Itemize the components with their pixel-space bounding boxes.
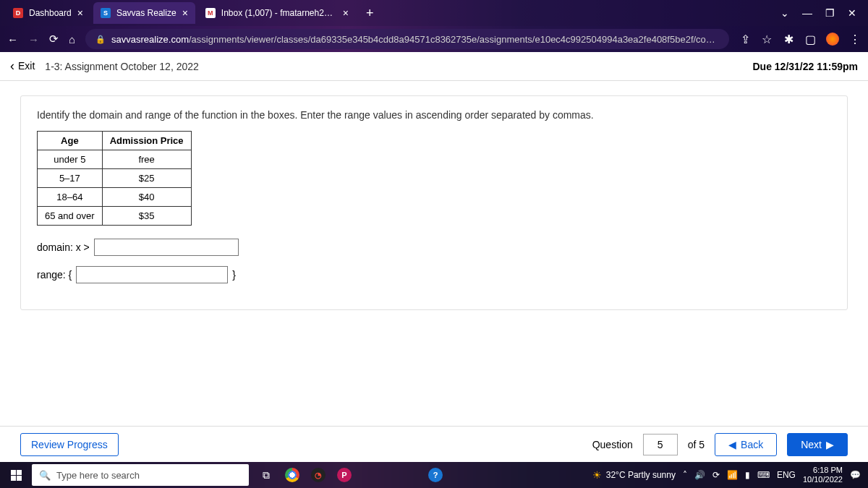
keyboard-icon[interactable]: ⌨ [757,470,770,480]
browser-tab[interactable]: D Dashboard × [6,2,90,24]
browser-tab-strip: D Dashboard × S Savvas Realize × M Inbox… [0,0,868,26]
reload-icon[interactable]: ⟳ [49,33,59,46]
start-button[interactable] [3,462,29,488]
question-number-label: Question [592,439,633,450]
range-answer-row: range: { } [37,266,831,283]
due-label: Due 12/31/22 11:59pm [752,61,858,72]
question-total-label: of 5 [688,439,705,450]
more-icon[interactable]: ⋮ [849,33,861,45]
tab-favicon-icon: D [13,8,23,18]
tab-title: Savvas Realize [116,8,176,18]
window-controls: ⌄ ― ❐ ✕ [780,7,862,19]
close-tab-icon[interactable]: × [182,7,188,19]
volume-icon[interactable]: 🔊 [694,470,705,480]
taskbar-search[interactable]: 🔍 Type here to search [32,464,249,486]
minimize-icon[interactable]: ― [802,7,812,19]
bookmark-icon[interactable]: ▢ [804,33,816,45]
range-label-pre: range: { [37,269,72,281]
new-tab-button[interactable]: + [359,6,381,21]
assignment-footer: Review Progress Question of 5 ◀Back Next… [0,426,868,462]
domain-input[interactable] [94,239,239,256]
url-text: savvasrealize.com/assignments/viewer/cla… [111,34,719,45]
table-row: 18–64$40 [38,188,192,207]
table-row: 65 and over$35 [38,207,192,226]
windows-logo-icon [11,470,22,481]
wifi-icon[interactable]: 📶 [727,470,738,480]
browser-tab[interactable]: M Inbox (1,007) - fmatarneh2018@ × [198,2,356,24]
question-prompt: Identify the domain and range of the fun… [37,109,831,121]
table-header: Age [38,132,103,150]
exit-button[interactable]: Exit [10,59,35,74]
forward-icon[interactable]: → [28,33,39,46]
sun-icon: ☀ [592,469,602,481]
assignment-title: 1-3: Assignment October 12, 2022 [45,61,198,72]
close-tab-icon[interactable]: × [343,7,349,19]
weather-widget[interactable]: ☀ 32°C Partly sunny [592,469,676,481]
chrome-app-icon[interactable] [282,465,302,485]
home-icon[interactable]: ⌂ [69,33,75,46]
triangle-left-icon: ◀ [728,439,736,450]
close-window-icon[interactable]: ✕ [848,7,856,19]
range-label-post: } [232,269,236,281]
date-text: 10/10/2022 [803,475,843,484]
back-button[interactable]: ◀Back [715,433,777,456]
puzzle-icon[interactable]: ✱ [783,33,794,45]
assignment-header: Exit 1-3: Assignment October 12, 2022 Du… [0,52,868,81]
tab-favicon-icon: M [205,8,216,18]
language-indicator[interactable]: ENG [777,470,796,480]
address-bar: ← → ⟳ ⌂ 🔒 savvasrealize.com/assignments/… [0,26,868,52]
maximize-icon[interactable]: ❐ [825,7,835,19]
domain-answer-row: domain: x > [37,239,831,256]
table-header: Admission Price [102,132,191,150]
close-tab-icon[interactable]: × [77,7,83,19]
help-app-icon[interactable]: ? [425,465,446,485]
browser-tab-active[interactable]: S Savvas Realize × [93,2,195,24]
app-icon[interactable]: ◔ [308,465,328,485]
chevron-down-icon[interactable]: ⌄ [780,7,789,19]
system-tray: ☀ 32°C Partly sunny ˄ 🔊 ⟳ 📶 ▮ ⌨ ENG 6:18… [592,466,865,484]
profile-icon[interactable] [826,33,839,46]
next-button[interactable]: Next▶ [787,433,848,456]
tab-favicon-icon: S [101,8,111,18]
search-placeholder: Type here to search [56,470,140,481]
question-number-input[interactable] [643,434,678,455]
tab-title: Dashboard [29,8,72,18]
review-progress-button[interactable]: Review Progress [20,433,119,456]
lock-icon: 🔒 [95,35,106,44]
battery-icon[interactable]: ▮ [745,470,750,480]
chevron-up-icon[interactable]: ˄ [683,470,687,480]
domain-label: domain: x > [37,241,90,253]
table-row: 5–17$25 [38,169,192,188]
search-icon: 🔍 [39,470,51,481]
back-icon[interactable]: ← [7,33,18,46]
question-card: Identify the domain and range of the fun… [20,95,848,310]
range-input[interactable] [76,266,228,283]
star-icon[interactable]: ☆ [761,33,773,45]
triangle-right-icon: ▶ [826,439,834,450]
table-row: under 5free [38,150,192,169]
clock[interactable]: 6:18 PM 10/10/2022 [803,466,843,484]
url-field[interactable]: 🔒 savvasrealize.com/assignments/viewer/c… [85,29,729,49]
app-container: Exit 1-3: Assignment October 12, 2022 Du… [0,52,868,462]
taskbar-apps: ⧉ ◔ P ? [256,465,446,485]
tab-title: Inbox (1,007) - fmatarneh2018@ [221,8,337,18]
task-view-icon[interactable]: ⧉ [256,465,276,485]
windows-taskbar: 🔍 Type here to search ⧉ ◔ P ? ☀ 32°C Par… [0,462,868,488]
app-icon[interactable]: P [334,465,354,485]
update-icon[interactable]: ⟳ [712,470,720,480]
weather-text: 32°C Partly sunny [606,470,676,480]
time-text: 6:18 PM [803,466,843,475]
share-icon[interactable]: ⇪ [739,33,751,45]
data-table: Age Admission Price under 5free 5–17$25 … [37,131,192,226]
content-area: Identify the domain and range of the fun… [0,81,868,426]
notifications-icon[interactable]: 💬 [850,470,861,480]
